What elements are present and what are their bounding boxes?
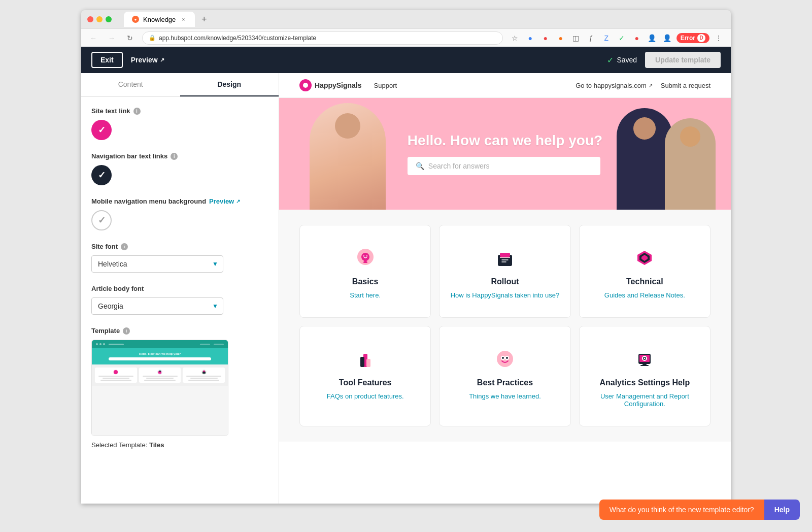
category-card-analytics[interactable]: Analytics Settings Help User Management … xyxy=(579,326,710,426)
extension-icon-7[interactable]: ✓ xyxy=(616,32,628,44)
feedback-help-button[interactable]: Help xyxy=(764,500,800,514)
nav-bar-text-links-label: Navigation bar text links i xyxy=(91,152,268,160)
browser-dots xyxy=(87,16,112,22)
extension-icon-10[interactable]: 👤 xyxy=(661,32,673,44)
category-desc-best-practices: Things we have learned. xyxy=(469,392,541,400)
back-button[interactable]: ← xyxy=(87,32,99,44)
technical-icon xyxy=(630,244,659,272)
search-icon: 🔍 xyxy=(416,162,424,170)
mini-search-bar xyxy=(109,357,211,360)
category-name-basics: Basics xyxy=(352,277,379,286)
extension-icon-3[interactable]: ● xyxy=(555,32,567,44)
site-font-select[interactable]: Helvetica Georgia Arial Times New Roman … xyxy=(91,255,223,273)
error-icon: D xyxy=(697,34,705,42)
categories-grid: Basics Start here. xyxy=(299,225,710,426)
svg-rect-18 xyxy=(360,357,364,367)
selected-template-text: Selected Template: Tiles xyxy=(91,441,268,449)
checkmark-icon: ✓ xyxy=(98,170,106,181)
site-text-link-color-picker[interactable]: ✓ xyxy=(91,120,112,140)
extension-icon-5[interactable]: ƒ xyxy=(585,32,597,44)
category-card-best-practices[interactable]: Best Practices Things we have learned. xyxy=(439,326,570,426)
extension-icon-1[interactable]: ● xyxy=(524,32,536,44)
address-bar[interactable]: 🔒 app.hubspot.com/knowledge/5203340/cust… xyxy=(142,31,503,45)
category-name-technical: Technical xyxy=(626,277,663,286)
preview-link[interactable]: Preview ↗ xyxy=(131,56,164,64)
category-card-technical[interactable]: Technical Guides and Release Notes. xyxy=(579,225,710,318)
go-to-site-link[interactable]: Go to happysignals.com ↗ xyxy=(576,82,652,89)
new-tab-button[interactable]: + xyxy=(197,12,211,26)
article-font-select-wrapper: Georgia Helvetica Arial Times New Roman … xyxy=(91,297,223,315)
category-desc-basics: Start here. xyxy=(350,291,381,299)
person-head-right2 xyxy=(680,126,700,147)
update-template-button[interactable]: Update template xyxy=(645,52,721,68)
saved-indicator: ✓ Saved xyxy=(607,55,637,65)
nav-bar-info-icon[interactable]: i xyxy=(171,153,178,160)
app-main: Content Design Site text link i ✓ xyxy=(81,73,731,504)
analytics-icon xyxy=(630,345,659,373)
forward-button[interactable]: → xyxy=(106,32,118,44)
svg-point-24 xyxy=(506,357,508,359)
mobile-nav-preview-link[interactable]: Preview ↗ xyxy=(209,197,240,205)
category-card-rollout[interactable]: Rollout How is HappySignals taken into u… xyxy=(439,225,570,318)
tab-close-button[interactable]: × xyxy=(180,16,187,23)
hero-people-right xyxy=(617,108,716,210)
refresh-button[interactable]: ↻ xyxy=(124,32,136,44)
site-text-link-group: Site text link i ✓ xyxy=(91,107,268,140)
hero-search-bar[interactable]: 🔍 Search for answers xyxy=(408,157,600,175)
svg-point-8 xyxy=(366,255,367,256)
category-desc-tool-features: FAQs on product features. xyxy=(327,392,404,400)
svg-rect-10 xyxy=(500,253,510,257)
exit-button[interactable]: Exit xyxy=(91,52,123,68)
category-card-tool-features[interactable]: Tool Features FAQs on product features. xyxy=(299,326,431,426)
site-font-info-icon[interactable]: i xyxy=(121,243,128,250)
extension-icon-8[interactable]: ● xyxy=(631,32,643,44)
extension-icon-2[interactable]: ● xyxy=(539,32,552,44)
site-hero: Hello. How can we help you? 🔍 Search for… xyxy=(279,98,731,210)
sidebar-tabs: Content Design xyxy=(81,73,279,97)
tab-content[interactable]: Content xyxy=(81,73,180,96)
nav-bar-color-picker[interactable]: ✓ xyxy=(91,165,112,185)
active-tab[interactable]: ● Knowledge × xyxy=(124,12,195,27)
svg-point-20 xyxy=(497,351,513,367)
site-font-select-wrapper: Helvetica Georgia Arial Times New Roman … xyxy=(91,255,223,273)
svg-point-0 xyxy=(114,370,118,374)
submit-request-link[interactable]: Submit a request xyxy=(661,82,710,89)
nav-support-link[interactable]: Support xyxy=(374,82,397,89)
svg-rect-11 xyxy=(500,257,510,258)
mini-card-icon-2 xyxy=(157,370,162,375)
template-info-icon[interactable]: i xyxy=(123,327,130,335)
app-container: Exit Preview ↗ ✓ Saved Update template C… xyxy=(81,47,731,504)
basics-icon xyxy=(351,244,380,272)
app-topbar: Exit Preview ↗ ✓ Saved Update template xyxy=(81,47,731,73)
hero-person-left xyxy=(310,103,386,210)
svg-rect-31 xyxy=(640,365,649,366)
tab-design[interactable]: Design xyxy=(180,73,279,96)
svg-rect-6 xyxy=(363,261,367,263)
site-header: HappySignals Support Go to happysignals.… xyxy=(279,73,731,98)
external-link-icon: ↗ xyxy=(160,57,164,63)
minimize-dot[interactable] xyxy=(96,16,103,22)
extension-icon-9[interactable]: 👤 xyxy=(646,32,658,44)
browser-addressbar: ← → ↻ 🔒 app.hubspot.com/knowledge/520334… xyxy=(81,28,731,47)
mobile-nav-color-picker[interactable]: ✓ xyxy=(91,210,112,230)
logo-inner xyxy=(303,83,308,88)
saved-check-icon: ✓ xyxy=(607,55,614,65)
site-text-link-label: Site text link i xyxy=(91,107,268,115)
fullscreen-dot[interactable] xyxy=(106,16,112,22)
template-section: Template i xyxy=(91,327,268,449)
category-desc-rollout: How is HappySignals taken into use? xyxy=(451,291,560,299)
template-mini-header xyxy=(92,340,228,348)
article-font-select[interactable]: Georgia Helvetica Arial Times New Roman … xyxy=(91,297,223,315)
extension-icon-6[interactable]: Z xyxy=(600,32,613,44)
menu-button[interactable]: ⋮ xyxy=(713,32,725,44)
template-preview-thumbnail[interactable]: Hello. How can we help you? xyxy=(91,340,228,436)
bookmark-icon[interactable]: ☆ xyxy=(509,32,521,44)
svg-rect-19 xyxy=(366,359,370,367)
tab-favicon: ● xyxy=(132,16,139,23)
site-text-link-info-icon[interactable]: i xyxy=(133,108,141,115)
close-dot[interactable] xyxy=(87,16,93,22)
category-card-basics[interactable]: Basics Start here. xyxy=(299,225,431,318)
category-name-rollout: Rollout xyxy=(491,277,519,286)
extension-icon-4[interactable]: ◫ xyxy=(570,32,582,44)
site-categories: Basics Start here. xyxy=(279,210,731,442)
